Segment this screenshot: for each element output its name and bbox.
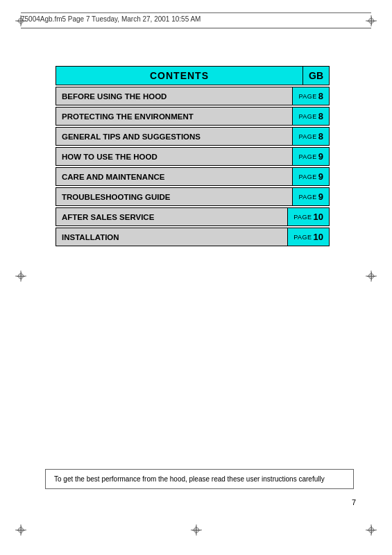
crosshair-top-left: [15, 15, 26, 26]
page-word-3: PAGE: [298, 153, 316, 160]
toc-page-6: PAGE 10: [287, 208, 329, 225]
page-word-6: PAGE: [293, 214, 312, 221]
toc-page-2: PAGE 8: [292, 128, 329, 145]
page-container: 75004Agb.fm5 Page 7 Tuesday, March 27, 2…: [0, 0, 392, 555]
toc-row: BEFORE USING THE HOOD PAGE 8: [56, 87, 330, 105]
crosshair-bottom-right: [366, 524, 377, 536]
toc-row: PROTECTING THE ENVIRONMENT PAGE 8: [56, 107, 330, 126]
crosshair-bottom-center: [191, 524, 202, 536]
page-num-5: 9: [318, 191, 323, 202]
toc-page-5: PAGE 9: [292, 188, 329, 205]
toc-label-3: HOW TO USE THE HOOD: [56, 148, 292, 165]
page-num-3: 9: [318, 151, 323, 162]
page-num-7: 10: [314, 232, 323, 242]
toc-page-7: PAGE 10: [287, 228, 329, 246]
toc-label-4: CARE AND MAINTENANCE: [56, 168, 292, 185]
toc-row: TROUBLESHOOTING GUIDE PAGE 9: [56, 187, 330, 206]
page-num-0: 8: [318, 91, 323, 101]
toc-label-2: GENERAL TIPS AND SUGGESTIONS: [56, 128, 292, 145]
toc-row: AFTER SALES SERVICE PAGE 10: [56, 207, 330, 226]
header-bar: 75004Agb.fm5 Page 7 Tuesday, March 27, 2…: [21, 12, 371, 23]
toc-label-0: BEFORE USING THE HOOD: [56, 87, 292, 105]
svg-point-14: [18, 527, 23, 532]
toc-label-6: AFTER SALES SERVICE: [56, 208, 287, 225]
toc-label-5: TROUBLESHOOTING GUIDE: [56, 188, 292, 205]
header-divider: [21, 28, 371, 28]
toc-label-7: INSTALLATION: [56, 228, 287, 246]
page-word-4: PAGE: [298, 173, 316, 180]
crosshair-mid-left: [15, 271, 26, 282]
toc-label-1: PROTECTING THE ENVIRONMENT: [56, 108, 292, 125]
toc-page-1: PAGE 8: [292, 108, 329, 125]
svg-point-5: [368, 18, 373, 23]
contents-area: CONTENTS GB BEFORE USING THE HOOD PAGE 8…: [56, 66, 330, 248]
bottom-note: To get the best performance from the hoo…: [45, 469, 354, 489]
page-word-2: PAGE: [298, 133, 316, 140]
toc-page-0: PAGE 8: [292, 87, 329, 105]
page-word-7: PAGE: [293, 234, 312, 241]
page-num-6: 10: [314, 212, 323, 222]
svg-point-20: [368, 527, 373, 532]
contents-gb: GB: [302, 67, 329, 85]
page-num-2: 8: [318, 131, 323, 142]
page-num-4: 9: [318, 171, 323, 182]
header-text: 75004Agb.fm5 Page 7 Tuesday, March 27, 2…: [21, 15, 371, 23]
svg-point-8: [18, 273, 23, 278]
svg-point-17: [194, 527, 198, 532]
svg-point-2: [18, 18, 23, 23]
toc-page-4: PAGE 9: [292, 168, 329, 185]
toc-row: CARE AND MAINTENANCE PAGE 9: [56, 167, 330, 186]
crosshair-top-right: [366, 15, 377, 26]
toc-row: GENERAL TIPS AND SUGGESTIONS PAGE 8: [56, 127, 330, 146]
page-word-0: PAGE: [298, 93, 316, 100]
page-number: 7: [352, 498, 356, 506]
svg-point-11: [368, 273, 373, 278]
page-word-1: PAGE: [298, 113, 316, 120]
crosshair-mid-right: [366, 271, 377, 282]
page-word-5: PAGE: [298, 194, 316, 200]
toc-page-3: PAGE 9: [292, 148, 329, 165]
crosshair-bottom-left: [15, 524, 26, 536]
toc-row: INSTALLATION PAGE 10: [56, 228, 330, 246]
page-num-1: 8: [318, 111, 323, 121]
toc-row: HOW TO USE THE HOOD PAGE 9: [56, 147, 330, 166]
contents-title: CONTENTS: [56, 67, 302, 85]
contents-header-row: CONTENTS GB: [56, 66, 330, 85]
